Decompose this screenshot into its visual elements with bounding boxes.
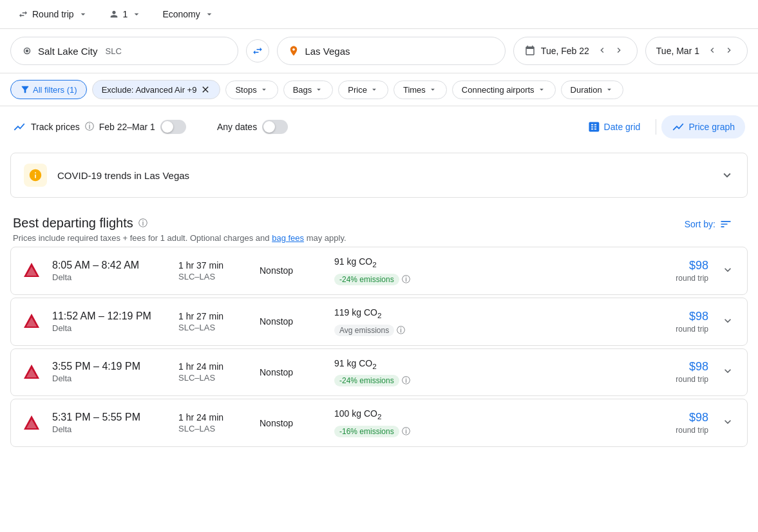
flight-price-section: $98 round trip <box>650 411 708 435</box>
swap-icon <box>252 45 263 57</box>
covid-banner[interactable]: COVID-19 trends in Las Vegas <box>10 153 748 198</box>
flight-duration-text: 1 hr 24 min <box>178 412 249 423</box>
connecting-airports-button[interactable]: Connecting airports <box>452 81 556 99</box>
track-prices-icon <box>13 120 26 133</box>
date2-prev-button[interactable] <box>705 43 720 60</box>
exclude-close-icon[interactable] <box>200 84 211 95</box>
sort-icon[interactable] <box>719 218 732 231</box>
section-subtitle: Prices include required taxes + fees for… <box>13 233 745 243</box>
flight-row[interactable]: 3:55 PM – 4:19 PM Delta 1 hr 24 min SLC–… <box>10 348 748 397</box>
date-grid-button[interactable]: Date grid <box>577 115 651 138</box>
track-info-icon[interactable]: ⓘ <box>85 121 94 133</box>
flight-price-section: $98 round trip <box>650 310 708 334</box>
flight-time-section: 8:05 AM – 8:42 AM Delta <box>52 260 168 282</box>
times-button[interactable]: Times <box>393 81 447 99</box>
date2-text: Tue, Mar 1 <box>656 46 699 56</box>
price-sub: round trip <box>650 426 708 435</box>
flight-duration-section: 1 hr 27 min SLC–LAS <box>178 311 249 332</box>
delta-logo-icon <box>21 362 42 383</box>
date1-next-button[interactable] <box>611 43 627 60</box>
price-sub: round trip <box>650 375 708 384</box>
track-toggle[interactable] <box>160 120 186 134</box>
duration-button[interactable]: Duration <box>561 81 623 99</box>
bags-chevron <box>314 85 323 94</box>
expand-chevron-icon <box>721 314 734 327</box>
section-header: Best departing flights ⓘ Sort by: Prices… <box>0 203 758 247</box>
connecting-airports-chevron <box>537 85 546 94</box>
emissions-info-icon[interactable]: ⓘ <box>402 375 410 385</box>
price-text: $98 <box>650 411 708 424</box>
origin-city: Salt Lake City <box>38 46 98 57</box>
flight-row[interactable]: 11:52 AM – 12:19 PM Delta 1 hr 27 min SL… <box>10 298 748 346</box>
price-button[interactable]: Price <box>338 81 388 99</box>
any-dates-section: Any dates <box>217 120 288 134</box>
flight-emissions-section: 91 kg CO2 -24% emissionsⓘ <box>334 358 640 387</box>
any-dates-toggle[interactable] <box>262 120 288 134</box>
flight-expand-button[interactable] <box>719 261 737 281</box>
bags-label: Bags <box>293 85 312 95</box>
delta-logo-icon <box>21 413 42 433</box>
section-title: Best departing flights ⓘ <box>13 216 147 231</box>
avg-info-icon[interactable]: ⓘ <box>397 325 405 335</box>
all-filters-button[interactable]: All filters (1) <box>10 80 87 99</box>
stops-button[interactable]: Stops <box>225 81 278 99</box>
emissions-badge: -24% emissions <box>334 375 399 386</box>
track-divider <box>656 119 656 135</box>
cabin-label: Economy <box>162 9 200 19</box>
round-trip-label: Round trip <box>32 9 74 19</box>
expand-chevron-icon <box>721 365 734 377</box>
exclude-chip[interactable]: Exclude: Advanced Air +9 <box>92 80 221 99</box>
times-chevron <box>428 85 437 94</box>
chevron-left-icon <box>597 45 607 55</box>
flight-route: SLC–LAS <box>178 373 249 383</box>
bags-button[interactable]: Bags <box>283 81 334 99</box>
price-chevron <box>370 85 379 94</box>
flight-duration-text: 1 hr 24 min <box>178 361 249 372</box>
co2-text: 91 kg CO2 <box>334 358 640 370</box>
flight-row[interactable]: 5:31 PM – 5:55 PM Delta 1 hr 24 min SLC–… <box>10 399 748 447</box>
origin-field[interactable]: Salt Lake City SLC <box>10 37 238 65</box>
swap-button[interactable] <box>246 39 269 62</box>
price-text: $98 <box>650 310 708 323</box>
cabin-button[interactable]: Economy <box>155 5 222 23</box>
round-trip-button[interactable]: Round trip <box>10 5 96 23</box>
date-grid-label: Date grid <box>604 122 641 132</box>
date2-field[interactable]: Tue, Mar 1 <box>645 37 748 65</box>
flight-expand-button[interactable] <box>719 413 737 433</box>
price-graph-button[interactable]: Price graph <box>661 115 745 138</box>
flight-price-section: $98 round trip <box>650 360 708 384</box>
origin-code: SLC <box>106 46 122 56</box>
svg-point-1 <box>26 50 29 53</box>
passengers-button[interactable]: 1 <box>101 5 150 23</box>
airline-logo <box>21 362 42 383</box>
date1-prev-button[interactable] <box>594 43 610 60</box>
connecting-airports-label: Connecting airports <box>462 85 535 95</box>
flight-stops: Nonstop <box>260 265 324 276</box>
track-prices-section: Track prices ⓘ Feb 22–Mar 1 <box>13 120 186 134</box>
stops-label: Stops <box>235 85 256 95</box>
passengers-chevron <box>131 9 142 19</box>
flight-expand-button[interactable] <box>719 312 737 332</box>
duration-chevron <box>605 85 614 94</box>
price-text: $98 <box>650 360 708 374</box>
cabin-chevron <box>204 9 214 19</box>
flight-duration-text: 1 hr 27 min <box>178 311 249 321</box>
flight-time-text: 8:05 AM – 8:42 AM <box>52 260 168 271</box>
flight-route: SLC–LAS <box>178 424 249 433</box>
flight-row[interactable]: 8:05 AM – 8:42 AM Delta 1 hr 37 min SLC–… <box>10 247 748 295</box>
flight-expand-button[interactable] <box>719 362 737 382</box>
date1-field[interactable]: Tue, Feb 22 <box>513 37 638 65</box>
delta-logo-icon <box>21 311 42 332</box>
section-info-icon[interactable]: ⓘ <box>138 218 147 229</box>
date2-chevron-left-icon <box>707 45 717 55</box>
sort-row: Sort by: <box>685 218 745 231</box>
emissions-info-icon[interactable]: ⓘ <box>402 426 410 436</box>
date1-nav <box>594 43 627 60</box>
date2-next-button[interactable] <box>721 43 737 60</box>
track-toggle-knob <box>162 121 173 133</box>
bag-fees-link[interactable]: bag fees <box>272 233 304 243</box>
emissions-info-icon[interactable]: ⓘ <box>402 274 410 284</box>
flight-time-section: 11:52 AM – 12:19 PM Delta <box>52 310 168 333</box>
destination-field[interactable]: Las Vegas <box>277 37 505 65</box>
co2-text: 91 kg CO2 <box>334 256 640 269</box>
